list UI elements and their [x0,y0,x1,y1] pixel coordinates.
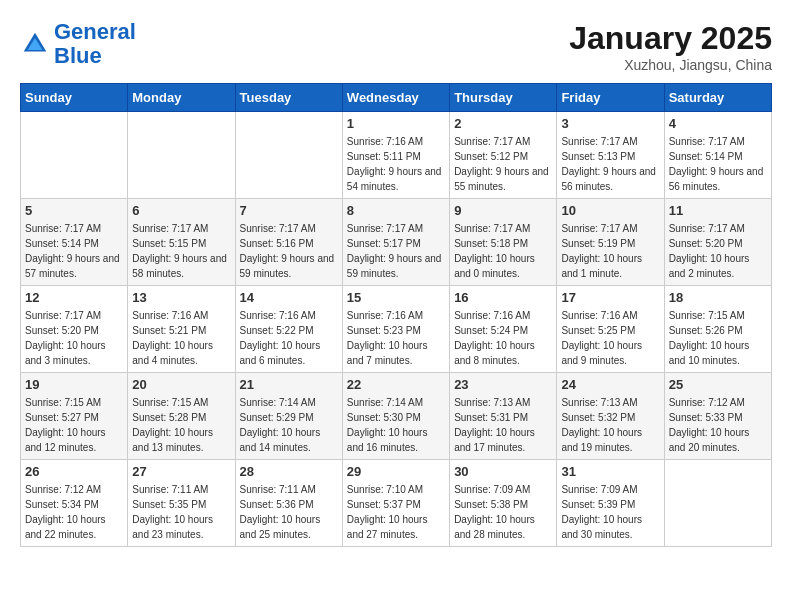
calendar-cell: 24Sunrise: 7:13 AMSunset: 5:32 PMDayligh… [557,373,664,460]
calendar-cell: 25Sunrise: 7:12 AMSunset: 5:33 PMDayligh… [664,373,771,460]
day-number: 1 [347,116,445,131]
calendar-cell: 6Sunrise: 7:17 AMSunset: 5:15 PMDaylight… [128,199,235,286]
day-info: Sunrise: 7:17 AMSunset: 5:20 PMDaylight:… [669,221,767,281]
weekday-header-wednesday: Wednesday [342,84,449,112]
day-info: Sunrise: 7:17 AMSunset: 5:16 PMDaylight:… [240,221,338,281]
calendar-cell: 2Sunrise: 7:17 AMSunset: 5:12 PMDaylight… [450,112,557,199]
calendar-cell: 19Sunrise: 7:15 AMSunset: 5:27 PMDayligh… [21,373,128,460]
day-number: 3 [561,116,659,131]
calendar-cell [664,460,771,547]
calendar-cell: 17Sunrise: 7:16 AMSunset: 5:25 PMDayligh… [557,286,664,373]
calendar-cell: 22Sunrise: 7:14 AMSunset: 5:30 PMDayligh… [342,373,449,460]
calendar-cell: 7Sunrise: 7:17 AMSunset: 5:16 PMDaylight… [235,199,342,286]
day-info: Sunrise: 7:13 AMSunset: 5:32 PMDaylight:… [561,395,659,455]
page-header: General Blue January 2025 Xuzhou, Jiangs… [20,20,772,73]
day-number: 4 [669,116,767,131]
day-info: Sunrise: 7:16 AMSunset: 5:25 PMDaylight:… [561,308,659,368]
calendar-cell: 8Sunrise: 7:17 AMSunset: 5:17 PMDaylight… [342,199,449,286]
day-info: Sunrise: 7:16 AMSunset: 5:11 PMDaylight:… [347,134,445,194]
day-info: Sunrise: 7:16 AMSunset: 5:22 PMDaylight:… [240,308,338,368]
day-info: Sunrise: 7:17 AMSunset: 5:18 PMDaylight:… [454,221,552,281]
day-number: 17 [561,290,659,305]
day-number: 20 [132,377,230,392]
weekday-header-tuesday: Tuesday [235,84,342,112]
day-number: 27 [132,464,230,479]
day-number: 11 [669,203,767,218]
calendar-cell: 27Sunrise: 7:11 AMSunset: 5:35 PMDayligh… [128,460,235,547]
day-info: Sunrise: 7:17 AMSunset: 5:13 PMDaylight:… [561,134,659,194]
calendar-week-5: 26Sunrise: 7:12 AMSunset: 5:34 PMDayligh… [21,460,772,547]
calendar-cell: 16Sunrise: 7:16 AMSunset: 5:24 PMDayligh… [450,286,557,373]
day-number: 24 [561,377,659,392]
day-info: Sunrise: 7:13 AMSunset: 5:31 PMDaylight:… [454,395,552,455]
day-info: Sunrise: 7:15 AMSunset: 5:27 PMDaylight:… [25,395,123,455]
weekday-header-saturday: Saturday [664,84,771,112]
day-number: 7 [240,203,338,218]
day-info: Sunrise: 7:16 AMSunset: 5:21 PMDaylight:… [132,308,230,368]
weekday-header-sunday: Sunday [21,84,128,112]
calendar-week-3: 12Sunrise: 7:17 AMSunset: 5:20 PMDayligh… [21,286,772,373]
day-number: 28 [240,464,338,479]
calendar-cell: 18Sunrise: 7:15 AMSunset: 5:26 PMDayligh… [664,286,771,373]
calendar-table: SundayMondayTuesdayWednesdayThursdayFrid… [20,83,772,547]
day-number: 25 [669,377,767,392]
day-info: Sunrise: 7:17 AMSunset: 5:20 PMDaylight:… [25,308,123,368]
calendar-header-row: SundayMondayTuesdayWednesdayThursdayFrid… [21,84,772,112]
day-info: Sunrise: 7:09 AMSunset: 5:38 PMDaylight:… [454,482,552,542]
logo-icon [20,29,50,59]
calendar-cell: 31Sunrise: 7:09 AMSunset: 5:39 PMDayligh… [557,460,664,547]
calendar-cell: 21Sunrise: 7:14 AMSunset: 5:29 PMDayligh… [235,373,342,460]
calendar-cell: 30Sunrise: 7:09 AMSunset: 5:38 PMDayligh… [450,460,557,547]
calendar-cell: 29Sunrise: 7:10 AMSunset: 5:37 PMDayligh… [342,460,449,547]
day-number: 18 [669,290,767,305]
title-block: January 2025 Xuzhou, Jiangsu, China [569,20,772,73]
calendar-cell: 28Sunrise: 7:11 AMSunset: 5:36 PMDayligh… [235,460,342,547]
day-info: Sunrise: 7:17 AMSunset: 5:14 PMDaylight:… [25,221,123,281]
day-info: Sunrise: 7:15 AMSunset: 5:28 PMDaylight:… [132,395,230,455]
calendar-cell: 12Sunrise: 7:17 AMSunset: 5:20 PMDayligh… [21,286,128,373]
calendar-week-1: 1Sunrise: 7:16 AMSunset: 5:11 PMDaylight… [21,112,772,199]
calendar-cell: 13Sunrise: 7:16 AMSunset: 5:21 PMDayligh… [128,286,235,373]
day-number: 19 [25,377,123,392]
day-info: Sunrise: 7:14 AMSunset: 5:29 PMDaylight:… [240,395,338,455]
calendar-cell: 10Sunrise: 7:17 AMSunset: 5:19 PMDayligh… [557,199,664,286]
day-info: Sunrise: 7:14 AMSunset: 5:30 PMDaylight:… [347,395,445,455]
day-number: 31 [561,464,659,479]
calendar-cell: 11Sunrise: 7:17 AMSunset: 5:20 PMDayligh… [664,199,771,286]
day-number: 9 [454,203,552,218]
day-info: Sunrise: 7:17 AMSunset: 5:15 PMDaylight:… [132,221,230,281]
location: Xuzhou, Jiangsu, China [569,57,772,73]
day-number: 2 [454,116,552,131]
day-number: 26 [25,464,123,479]
day-info: Sunrise: 7:17 AMSunset: 5:12 PMDaylight:… [454,134,552,194]
weekday-header-thursday: Thursday [450,84,557,112]
day-number: 29 [347,464,445,479]
weekday-header-monday: Monday [128,84,235,112]
day-info: Sunrise: 7:17 AMSunset: 5:19 PMDaylight:… [561,221,659,281]
weekday-header-friday: Friday [557,84,664,112]
day-number: 15 [347,290,445,305]
day-number: 21 [240,377,338,392]
day-number: 8 [347,203,445,218]
calendar-cell: 9Sunrise: 7:17 AMSunset: 5:18 PMDaylight… [450,199,557,286]
day-info: Sunrise: 7:17 AMSunset: 5:14 PMDaylight:… [669,134,767,194]
day-number: 23 [454,377,552,392]
day-info: Sunrise: 7:10 AMSunset: 5:37 PMDaylight:… [347,482,445,542]
day-info: Sunrise: 7:11 AMSunset: 5:36 PMDaylight:… [240,482,338,542]
calendar-cell: 3Sunrise: 7:17 AMSunset: 5:13 PMDaylight… [557,112,664,199]
day-info: Sunrise: 7:11 AMSunset: 5:35 PMDaylight:… [132,482,230,542]
calendar-cell: 4Sunrise: 7:17 AMSunset: 5:14 PMDaylight… [664,112,771,199]
calendar-cell: 14Sunrise: 7:16 AMSunset: 5:22 PMDayligh… [235,286,342,373]
day-number: 14 [240,290,338,305]
day-info: Sunrise: 7:16 AMSunset: 5:24 PMDaylight:… [454,308,552,368]
day-number: 30 [454,464,552,479]
day-number: 12 [25,290,123,305]
calendar-cell: 20Sunrise: 7:15 AMSunset: 5:28 PMDayligh… [128,373,235,460]
calendar-week-2: 5Sunrise: 7:17 AMSunset: 5:14 PMDaylight… [21,199,772,286]
calendar-cell [128,112,235,199]
day-info: Sunrise: 7:12 AMSunset: 5:33 PMDaylight:… [669,395,767,455]
calendar-cell [235,112,342,199]
calendar-cell: 5Sunrise: 7:17 AMSunset: 5:14 PMDaylight… [21,199,128,286]
day-number: 13 [132,290,230,305]
day-number: 16 [454,290,552,305]
